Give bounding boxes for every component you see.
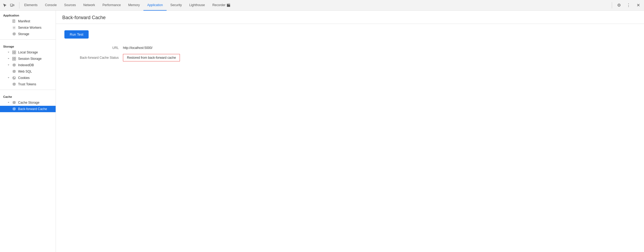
chevron-icon-indexeddb [7,64,10,66]
status-label: Back-forward Cache Status [64,56,123,60]
sidebar-item-local-storage[interactable]: Local Storage [0,49,56,56]
svg-rect-1 [13,5,14,6]
tab-network[interactable]: Network [80,0,99,11]
content-title: Back-forward Cache [62,15,638,20]
sidebar-item-storage[interactable]: Storage [0,31,56,37]
tab-recorder[interactable]: Recorder 🎬 [209,0,234,11]
sidebar-label-cache-storage: Cache Storage [18,101,39,104]
sidebar-item-manifest[interactable]: Manifest [0,18,56,24]
tab-performance[interactable]: Performance [99,0,125,11]
svg-point-17 [13,64,15,65]
sidebar-label-local-storage: Local Storage [18,51,38,54]
settings-icon[interactable]: ⚙ [615,2,623,9]
main-layout: Application Manifest Service Workers Sto… [0,11,644,252]
chevron-icon-cache-storage [7,101,10,104]
svg-rect-14 [14,57,16,58]
svg-rect-15 [13,59,14,60]
svg-rect-12 [14,53,16,54]
sidebar-item-back-forward-cache[interactable]: Back-forward Cache [0,106,56,112]
svg-point-24 [13,101,15,102]
svg-point-23 [13,83,15,84]
more-icon[interactable]: ⋮ [625,2,632,9]
status-row: Back-forward Cache Status Restored from … [64,54,635,61]
run-test-button[interactable]: Run Test [64,30,89,39]
chevron-icon-local-storage [7,51,10,54]
svg-rect-10 [14,51,16,52]
tab-divider-left [19,2,19,9]
content-body: Run Test URL http://localhost:5000/ Back… [56,24,644,72]
sidebar-item-web-sql[interactable]: Web SQL [0,68,56,75]
sidebar-section-label-2: Cache [0,92,56,99]
svg-point-7 [14,27,15,28]
tabs-container: ElementsConsoleSourcesNetworkPerformance… [20,0,234,11]
main-content: Back-forward Cache Run Test URL http://l… [56,11,644,252]
close-icon[interactable]: ✕ [634,2,642,9]
chevron-icon-session-storage [7,57,10,60]
sidebar-container: Application Manifest Service Workers Sto… [0,11,56,112]
svg-rect-16 [14,59,16,60]
svg-point-19 [13,77,16,79]
svg-point-22 [14,78,14,79]
tab-sources[interactable]: Sources [60,0,80,11]
chevron-icon-cookies [7,77,10,79]
sidebar-divider-2 [0,90,56,90]
sidebar-item-indexeddb[interactable]: IndexedDB [0,62,56,68]
url-row: URL http://localhost:5000/ [64,46,635,50]
sidebar-label-service-workers: Service Workers [18,26,42,30]
url-value: http://localhost:5000/ [123,46,152,50]
sidebar-item-session-storage[interactable]: Session Storage [0,56,56,62]
cursor-icon[interactable] [2,3,7,8]
sidebar-label-session-storage: Session Storage [18,57,42,61]
svg-rect-13 [13,57,14,58]
sidebar-item-cache-storage[interactable]: Cache Storage [0,99,56,106]
tab-lighthouse[interactable]: Lighthouse [185,0,209,11]
tab-security[interactable]: Security [167,0,185,11]
tab-elements[interactable]: Elements [20,0,41,11]
svg-point-8 [13,33,15,33]
sidebar-label-back-forward-cache: Back-forward Cache [18,107,47,111]
svg-point-18 [13,70,15,71]
tab-application[interactable]: Application [143,0,167,11]
grid-icon-local-storage [12,51,16,54]
svg-point-21 [14,78,15,78]
grid-icon-session-storage [12,57,16,61]
db-icon-back-forward-cache [12,107,16,111]
device-icon[interactable] [10,3,15,8]
sidebar-item-cookies[interactable]: Cookies [0,75,56,81]
cookie-icon-cookies [12,76,16,80]
sidebar-item-trust-tokens[interactable]: Trust Tokens [0,81,56,87]
tab-console[interactable]: Console [41,0,60,11]
status-value: Restored from back-forward cache [123,54,180,61]
url-label: URL [64,46,123,50]
sidebar-label-web-sql: Web SQL [18,70,32,73]
db-icon-trust-tokens [12,82,16,86]
tab-bar: ElementsConsoleSourcesNetworkPerformance… [0,0,644,11]
file-icon-manifest [12,19,16,23]
sidebar-label-indexeddb: IndexedDB [18,63,34,67]
db-icon-cache-storage [12,101,16,104]
sidebar: Application Manifest Service Workers Sto… [0,11,56,252]
sidebar-label-cookies: Cookies [18,76,30,80]
tab-bar-right: ⚙ ⋮ ✕ [611,2,642,9]
tab-divider-right [612,2,612,9]
db-icon-indexeddb [12,63,16,67]
db-icon-web-sql [12,70,16,73]
sidebar-label-trust-tokens: Trust Tokens [18,82,36,86]
content-title-bar: Back-forward Cache [56,11,644,24]
gear-icon-service-workers [12,26,16,30]
sidebar-divider-1 [0,39,56,40]
svg-rect-9 [13,51,14,52]
tab-memory[interactable]: Memory [125,0,143,11]
sidebar-section-label-0: Application [0,11,56,18]
devtools-icons [2,3,18,8]
svg-point-20 [13,77,14,78]
sidebar-label-manifest: Manifest [18,19,30,23]
svg-point-25 [13,108,15,108]
svg-rect-11 [13,53,14,54]
svg-rect-0 [10,4,13,6]
sidebar-label-storage: Storage [18,32,29,36]
sidebar-section-label-1: Storage [0,42,56,49]
sidebar-item-service-workers[interactable]: Service Workers [0,24,56,31]
db-icon-storage [12,32,16,36]
